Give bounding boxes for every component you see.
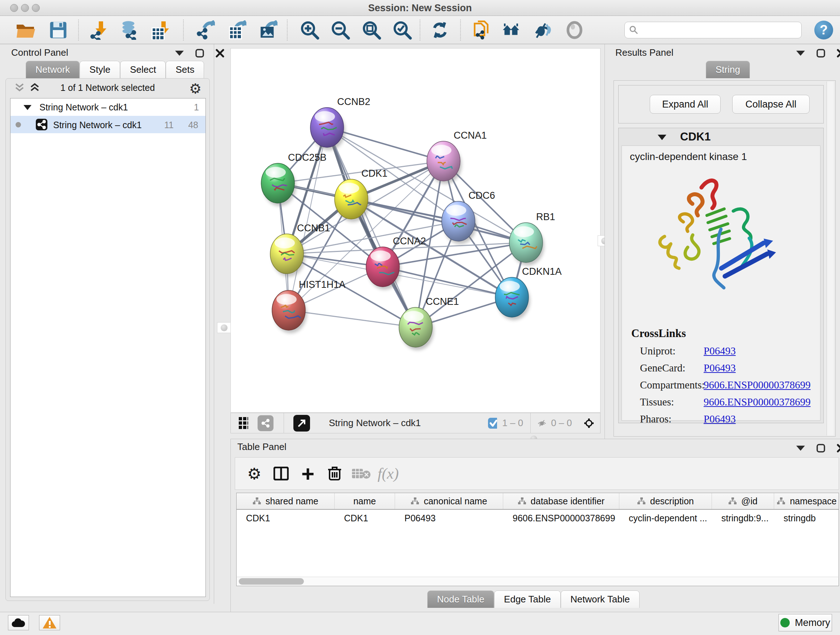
node-CCNE1[interactable]: CCNE1 — [399, 296, 459, 350]
close-panel-icon[interactable] — [836, 443, 840, 453]
import-table-icon[interactable] — [149, 19, 171, 41]
tab-sets[interactable]: Sets — [166, 61, 204, 78]
crosslink-link[interactable]: P06493 — [704, 413, 736, 425]
close-panel-icon[interactable] — [836, 49, 840, 58]
tab-style[interactable]: Style — [80, 61, 120, 78]
table-row[interactable]: CDK1CDK1P064939606.ENSP00000378699cyclin… — [237, 510, 838, 526]
node-CCNA1[interactable]: CCNA1 — [427, 130, 487, 184]
zoom-fit-icon[interactable] — [361, 19, 382, 41]
save-session-icon[interactable] — [47, 19, 69, 41]
search-box[interactable] — [624, 22, 802, 38]
tab-network-table[interactable]: Network Table — [561, 591, 639, 608]
crosslink-link[interactable]: 9606.ENSP00000378699 — [704, 379, 811, 391]
export-image-icon[interactable] — [257, 19, 279, 41]
tab-select[interactable]: Select — [120, 61, 166, 78]
panel-menu-icon[interactable] — [175, 49, 184, 58]
float-panel-icon[interactable] — [816, 443, 826, 453]
open-session-icon[interactable] — [14, 19, 36, 41]
node-label-CDC6: CDC6 — [469, 190, 495, 201]
node-table[interactable]: shared namenamecanonical namedatabase id… — [236, 493, 839, 577]
node-RB1[interactable]: RB1 — [509, 211, 555, 265]
delete-column-icon[interactable] — [321, 460, 348, 487]
import-network-file-icon[interactable] — [87, 19, 109, 41]
refresh-icon[interactable] — [429, 19, 451, 41]
network-row[interactable]: String Network – cdk1 11 48 — [11, 116, 205, 133]
panel-menu-icon[interactable] — [796, 443, 805, 453]
share-view-icon[interactable] — [257, 415, 273, 431]
column-header-canonical-name[interactable]: canonical name — [395, 493, 503, 509]
network-collection-row[interactable]: String Network – cdk1 1 — [11, 98, 205, 116]
crosshair-icon[interactable] — [584, 418, 594, 428]
close-panel-icon[interactable] — [215, 49, 225, 58]
edge-CCNB2-CCNE1[interactable] — [327, 127, 416, 327]
network-status-dot — [16, 122, 21, 127]
search-input[interactable] — [642, 25, 797, 35]
gene-section-header[interactable]: CDK1 — [619, 128, 823, 146]
node-CCNA2[interactable]: CCNA2 — [366, 236, 426, 290]
float-panel-icon[interactable] — [195, 49, 204, 58]
help-button[interactable]: ? — [813, 19, 835, 41]
column-type-icon — [637, 497, 646, 505]
control-panel: Control Panel NetworkStyleSelectSets 1 o… — [1, 44, 214, 604]
float-panel-icon[interactable] — [816, 49, 826, 58]
panel-menu-icon[interactable] — [796, 49, 805, 58]
node-CDC25B[interactable]: CDC25B — [261, 152, 327, 206]
column-type-icon — [253, 497, 261, 505]
network-view-title: String Network – cdk1 — [329, 417, 421, 429]
node-label-CDC25B: CDC25B — [288, 152, 327, 163]
crosslink-row: Tissues: 9606.ENSP00000378699 — [631, 396, 816, 408]
collapse-all-button[interactable]: Collapse All — [732, 95, 810, 114]
function-builder-icon: f(x) — [375, 460, 401, 487]
node-label-CDKN1A: CDKN1A — [522, 266, 562, 277]
memory-button[interactable]: Memory — [778, 614, 832, 631]
node-label-CDK1: CDK1 — [362, 168, 387, 179]
table-options-gear-icon[interactable]: ⚙ — [241, 460, 268, 487]
column-header-namespace[interactable]: namespace — [774, 493, 839, 509]
zoom-in-icon[interactable] — [299, 19, 321, 41]
add-column-icon[interactable]: + — [294, 460, 321, 487]
node-HIST1H1A[interactable]: HIST1H1A — [272, 279, 346, 333]
network-options-gear-icon[interactable]: ⚙ — [189, 81, 202, 97]
column-header-name[interactable]: name — [335, 493, 395, 509]
results-scrollbar[interactable] — [827, 81, 834, 435]
column-header-database-identifier[interactable]: database identifier — [503, 493, 619, 509]
column-header--id[interactable]: @id — [712, 493, 774, 509]
crosslink-link[interactable]: P06493 — [704, 362, 736, 374]
import-network-database-icon[interactable] — [118, 19, 141, 41]
scrollbar-thumb[interactable] — [239, 578, 304, 585]
zoom-selected-icon[interactable] — [392, 19, 413, 41]
column-type-icon — [777, 497, 785, 505]
export-table-icon[interactable] — [226, 19, 248, 41]
tab-edge-table[interactable]: Edge Table — [494, 591, 561, 608]
selected-checkbox-icon[interactable] — [488, 418, 497, 428]
node-CCNB2[interactable]: CCNB2 — [310, 96, 370, 150]
home-view-icon[interactable] — [501, 19, 523, 41]
tab-string[interactable]: String — [706, 61, 750, 78]
copy-documents-icon[interactable] — [470, 19, 492, 41]
show-columns-icon[interactable] — [268, 460, 294, 487]
edge-CCNA2-CDKN1A[interactable] — [383, 267, 512, 297]
tab-network[interactable]: Network — [26, 61, 80, 78]
zoom-out-icon[interactable] — [330, 19, 351, 41]
column-header-description[interactable]: description — [619, 493, 712, 509]
edge-HIST1H1A-CCNE1[interactable] — [289, 310, 416, 327]
cloud-status-button[interactable] — [8, 615, 29, 630]
crosslink-link[interactable]: P06493 — [704, 345, 736, 357]
export-network-icon[interactable] — [194, 19, 216, 41]
node-CCNB1[interactable]: CCNB1 — [270, 223, 330, 277]
network-canvas[interactable]: CCNB2CCNA1CDC25BCDK1CDC6RB1CCNB1CCNA2CDK… — [231, 48, 600, 413]
grid-view-icon[interactable] — [239, 418, 248, 428]
expand-all-button[interactable]: Expand All — [650, 95, 721, 114]
crosslink-link[interactable]: 9606.ENSP00000378699 — [704, 396, 811, 408]
column-header-shared-name[interactable]: shared name — [237, 493, 335, 509]
table-horizontal-scrollbar[interactable] — [236, 577, 839, 586]
warnings-button[interactable] — [39, 615, 60, 630]
node-CDKN1A[interactable]: CDKN1A — [495, 266, 562, 320]
tab-node-table[interactable]: Node Table — [427, 591, 494, 608]
toolbar-separator — [460, 19, 461, 41]
hide-panel-icon[interactable] — [531, 19, 553, 41]
detach-view-icon[interactable] — [294, 415, 310, 432]
left-splitter-handle[interactable] — [217, 322, 231, 333]
show-panel-icon[interactable] — [564, 19, 585, 41]
crosslink-label: Pharos: — [631, 413, 704, 425]
